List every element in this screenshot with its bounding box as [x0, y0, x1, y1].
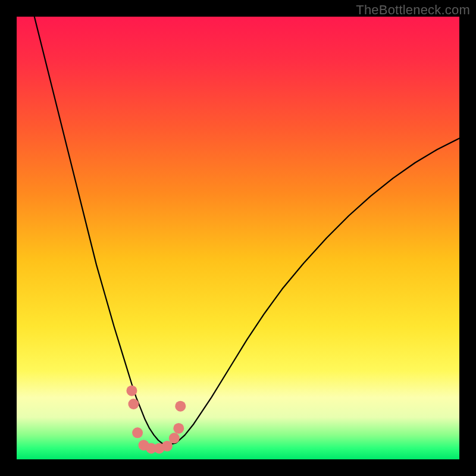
marker-dot [169, 433, 180, 443]
watermark-text: TheBottleneck.com [356, 2, 470, 18]
marker-dot [162, 441, 173, 452]
marker-dot [126, 386, 137, 396]
marker-dot [128, 399, 139, 409]
marker-dot [173, 423, 184, 434]
marker-dot [132, 427, 143, 438]
marker-dot [175, 401, 186, 412]
plot-area [17, 17, 459, 459]
gradient-background [17, 17, 459, 459]
chart-frame: TheBottleneck.com [0, 0, 476, 476]
chart-svg [17, 17, 459, 459]
